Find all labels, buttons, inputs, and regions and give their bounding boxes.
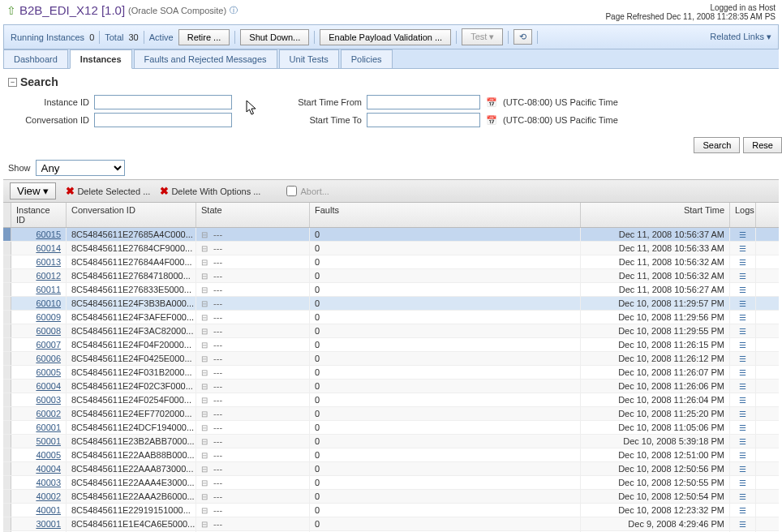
instance-id-link[interactable]: 60012 xyxy=(11,269,67,282)
related-links-dropdown[interactable]: Related Links ▾ xyxy=(710,32,771,42)
logs-cell[interactable]: ☰ xyxy=(730,255,756,268)
collapse-icon[interactable]: − xyxy=(8,78,17,87)
info-icon[interactable]: ⓘ xyxy=(230,5,238,16)
calendar-icon[interactable]: 📅 xyxy=(485,114,498,127)
instance-id-link[interactable]: 60006 xyxy=(11,352,67,365)
start-from-input[interactable] xyxy=(367,95,480,109)
logs-cell[interactable]: ☰ xyxy=(730,311,756,324)
search-button[interactable]: Search xyxy=(694,137,740,153)
instance-id-link[interactable]: 60005 xyxy=(11,366,67,379)
show-select[interactable]: Any xyxy=(36,160,125,176)
logs-cell[interactable]: ☰ xyxy=(730,435,756,448)
table-row[interactable]: 600108C54845611E24F3B3BA000...⊟ ---0Dec … xyxy=(3,297,779,311)
table-row[interactable]: 600068C54845611E24F0425E000...⊟ ---0Dec … xyxy=(3,352,779,366)
logs-cell[interactable]: ☰ xyxy=(730,324,756,337)
logs-cell[interactable]: ☰ xyxy=(730,283,756,296)
instance-id-link[interactable]: 40001 xyxy=(11,504,67,517)
table-row[interactable]: 600048C54845611E24F02C3F000...⊟ ---0Dec … xyxy=(3,380,779,393)
tab-faults[interactable]: Faults and Rejected Messages xyxy=(134,49,277,68)
table-row[interactable]: 400048C54845611E22AAA873000...⊟ ---0Dec … xyxy=(3,462,779,476)
instance-id-link[interactable]: 30001 xyxy=(11,517,67,530)
logs-cell[interactable]: ☰ xyxy=(730,421,756,434)
instance-id-link[interactable]: 40004 xyxy=(11,462,67,475)
col-state[interactable]: State xyxy=(196,203,310,227)
payload-validation-button[interactable]: Enable Payload Validation ... xyxy=(320,29,451,45)
table-row[interactable]: 600058C54845611E24F031B2000...⊟ ---0Dec … xyxy=(3,366,779,380)
instance-id-link[interactable]: 60009 xyxy=(11,311,67,324)
logs-cell[interactable]: ☰ xyxy=(730,504,756,517)
instance-id-input[interactable] xyxy=(94,95,232,109)
instance-id-link[interactable]: 40003 xyxy=(11,476,67,489)
instance-id-link[interactable]: 60015 xyxy=(11,228,67,241)
abort-action[interactable]: Abort... xyxy=(286,186,329,196)
instance-id-link[interactable]: 60007 xyxy=(11,338,67,351)
instance-id-link[interactable]: 40002 xyxy=(11,490,67,503)
view-dropdown[interactable]: View ▾ xyxy=(10,182,56,200)
tab-policies[interactable]: Policies xyxy=(341,49,393,68)
start-to-input[interactable] xyxy=(367,113,480,127)
table-row[interactable]: 600158C54845611E27685A4C000...⊟ ---0Dec … xyxy=(3,228,779,242)
logs-cell[interactable]: ☰ xyxy=(730,393,756,406)
delete-with-options-action[interactable]: ✖ Delete With Options ... xyxy=(160,185,260,197)
instance-id-link[interactable]: 60014 xyxy=(11,242,67,255)
logs-cell[interactable]: ☰ xyxy=(730,448,756,461)
logs-cell[interactable]: ☰ xyxy=(730,462,756,475)
reset-button[interactable]: Rese xyxy=(743,137,782,153)
shutdown-button[interactable]: Shut Down... xyxy=(240,29,309,45)
table-row[interactable]: 600038C54845611E24F0254F000...⊟ ---0Dec … xyxy=(3,393,779,407)
logs-cell[interactable]: ☰ xyxy=(730,490,756,503)
tab-dashboard[interactable]: Dashboard xyxy=(3,49,68,68)
instance-id-link[interactable]: 60008 xyxy=(11,324,67,337)
table-row[interactable]: 300018C54845611E1E4CA6E5000...⊟ ---0Dec … xyxy=(3,517,779,531)
instance-id-link[interactable]: 60010 xyxy=(11,297,67,310)
table-row[interactable]: 500018C54845611E23B2ABB7000...⊟ ---0Dec … xyxy=(3,435,779,448)
table-row[interactable]: 600128C54845611E27684718000...⊟ ---0Dec … xyxy=(3,269,779,283)
table-row[interactable]: 600078C54845611E24F04F20000...⊟ ---0Dec … xyxy=(3,338,779,352)
instance-id-link[interactable]: 60013 xyxy=(11,255,67,268)
retire-button[interactable]: Retire ... xyxy=(178,29,230,45)
logs-cell[interactable]: ☰ xyxy=(730,269,756,282)
instance-id-link[interactable]: 50001 xyxy=(11,435,67,448)
instance-id-link[interactable]: 60011 xyxy=(11,283,67,296)
abort-checkbox[interactable] xyxy=(286,186,297,196)
instance-id-link[interactable]: 60004 xyxy=(11,380,67,393)
table-row[interactable]: 400018C54845611E22919151000...⊟ ---0Dec … xyxy=(3,504,779,517)
table-row[interactable]: 600138C54845611E27684A4F000...⊟ ---0Dec … xyxy=(3,255,779,269)
logs-cell[interactable]: ☰ xyxy=(730,242,756,255)
up-arrow-icon[interactable]: ⇧ xyxy=(6,4,16,17)
table-row[interactable]: 600098C54845611E24F3AFEF000...⊟ ---0Dec … xyxy=(3,311,779,324)
col-instance-id[interactable]: Instance ID xyxy=(11,203,67,227)
logs-cell[interactable]: ☰ xyxy=(730,380,756,393)
instance-id-link[interactable]: 40005 xyxy=(11,448,67,461)
table-row[interactable]: 600118C54845611E276833E5000...⊟ ---0Dec … xyxy=(3,283,779,297)
table-row[interactable]: 400058C54845611E22AAB88B000...⊟ ---0Dec … xyxy=(3,448,779,462)
logs-cell[interactable]: ☰ xyxy=(730,228,756,241)
table-row[interactable]: 600018C54845611E24DCF194000...⊟ ---0Dec … xyxy=(3,421,779,435)
logs-cell[interactable]: ☰ xyxy=(730,352,756,365)
conversation-id-input[interactable] xyxy=(94,113,232,127)
tab-instances[interactable]: Instances xyxy=(70,49,132,69)
table-row[interactable]: 400038C54845611E22AAA4E3000...⊟ ---0Dec … xyxy=(3,476,779,490)
logs-cell[interactable]: ☰ xyxy=(730,297,756,310)
instance-id-link[interactable]: 60002 xyxy=(11,407,67,420)
instance-id-link[interactable]: 60001 xyxy=(11,421,67,434)
test-button[interactable]: Test ▾ xyxy=(462,28,503,45)
logs-cell[interactable]: ☰ xyxy=(730,338,756,351)
table-row[interactable]: 400028C54845611E22AAA2B6000...⊟ ---0Dec … xyxy=(3,490,779,504)
table-row[interactable]: 600148C54845611E27684CF9000...⊟ ---0Dec … xyxy=(3,242,779,255)
refresh-icon-button[interactable]: ⟲ xyxy=(513,29,532,45)
col-faults[interactable]: Faults xyxy=(310,203,581,227)
col-conversation-id[interactable]: Conversation ID xyxy=(67,203,196,227)
logs-cell[interactable]: ☰ xyxy=(730,366,756,379)
delete-selected-action[interactable]: ✖ Delete Selected ... xyxy=(66,185,150,197)
table-row[interactable]: 600028C54845611E24EF7702000...⊟ ---0Dec … xyxy=(3,407,779,421)
logs-cell[interactable]: ☰ xyxy=(730,517,756,530)
instance-id-link[interactable]: 60003 xyxy=(11,393,67,406)
logs-cell[interactable]: ☰ xyxy=(730,407,756,420)
table-row[interactable]: 600088C54845611E24F3AC82000...⊟ ---0Dec … xyxy=(3,324,779,338)
col-start-time[interactable]: Start Time xyxy=(581,203,730,227)
tab-unit-tests[interactable]: Unit Tests xyxy=(279,49,339,68)
calendar-icon[interactable]: 📅 xyxy=(485,96,498,109)
logs-cell[interactable]: ☰ xyxy=(730,476,756,489)
col-logs[interactable]: Logs xyxy=(730,203,756,227)
